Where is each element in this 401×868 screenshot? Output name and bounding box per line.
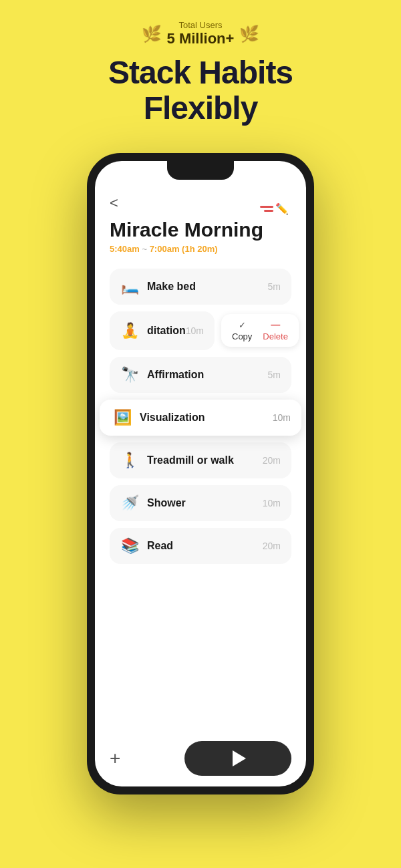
habit-duration-treadmill: 20m xyxy=(263,455,281,466)
copy-label: Copy xyxy=(232,331,252,341)
habit-icon-treadmill: 🚶 xyxy=(120,452,139,469)
delete-action[interactable]: — Delete xyxy=(263,319,288,341)
laurel-right-icon: 🌿 xyxy=(239,25,259,43)
edit-line-2 xyxy=(264,210,273,212)
bottom-bar: + xyxy=(110,741,291,776)
play-icon xyxy=(233,750,246,766)
pencil-icon: ✏️ xyxy=(275,202,289,215)
habit-duration-meditation: 10m xyxy=(186,325,204,336)
time-end: 7:00am xyxy=(150,244,180,254)
phone-notch xyxy=(167,161,234,180)
edit-icon[interactable]: ✏️ xyxy=(260,202,289,215)
add-button[interactable]: + xyxy=(110,748,120,769)
delete-label: Delete xyxy=(263,331,288,341)
top-section: 🌿 Total Users 5 Million+ 🌿 Stack Habits … xyxy=(0,0,401,153)
habit-name-meditation: ditation xyxy=(147,325,186,337)
copy-action[interactable]: ✓ Copy xyxy=(232,320,252,341)
phone-mockup: < Miracle Morning 5:40am ~ 7:00am (1h 20… xyxy=(87,153,314,794)
habit-icon-read: 📚 xyxy=(120,537,139,555)
screen-content: < Miracle Morning 5:40am ~ 7:00am (1h 20… xyxy=(95,161,306,786)
minus-icon: — xyxy=(271,319,280,330)
habit-duration-visualization: 10m xyxy=(273,412,291,423)
habit-duration-make-bed: 5m xyxy=(268,281,281,292)
habit-list: 🛏️ Make bed 5m 🧘 ditation 10m xyxy=(110,269,291,564)
habit-duration-affirmation: 5m xyxy=(268,370,281,380)
total-users-label: Total Users xyxy=(167,20,235,30)
habit-icon-visualization: 🖼️ xyxy=(113,409,132,426)
habit-name-visualization: Visualization xyxy=(140,412,273,424)
habit-name-read: Read xyxy=(147,540,263,552)
habit-item-treadmill[interactable]: 🚶 Treadmill or walk 20m xyxy=(110,442,291,478)
headline: Stack Habits Flexibly xyxy=(108,55,293,126)
edit-line-1 xyxy=(260,206,273,208)
play-button[interactable] xyxy=(184,741,291,776)
habit-item-meditation: 🧘 ditation 10m ✓ Copy — Delete xyxy=(110,311,291,350)
check-icon: ✓ xyxy=(239,320,246,330)
habit-item-shower[interactable]: 🚿 Shower 10m xyxy=(110,485,291,521)
habit-name-make-bed: Make bed xyxy=(147,281,268,293)
habit-duration-shower: 10m xyxy=(263,498,281,509)
habit-icon-make-bed: 🛏️ xyxy=(120,278,139,295)
edit-lines-icon xyxy=(260,206,273,212)
habit-main-meditation[interactable]: 🧘 ditation 10m xyxy=(110,311,215,350)
habit-name-treadmill: Treadmill or walk xyxy=(147,454,263,466)
habit-icon-shower: 🚿 xyxy=(120,494,139,512)
habit-item-affirmation[interactable]: 🔭 Affirmation 5m xyxy=(110,357,291,393)
phone-screen: < Miracle Morning 5:40am ~ 7:00am (1h 20… xyxy=(95,161,306,786)
habit-item-read[interactable]: 📚 Read 20m xyxy=(110,528,291,564)
routine-title: Miracle Morning xyxy=(110,219,291,241)
habit-item-visualization[interactable]: 🖼️ Visualization 10m xyxy=(100,400,301,436)
habit-duration-read: 20m xyxy=(263,541,281,551)
total-users-text: Total Users 5 Million+ xyxy=(167,20,235,47)
habit-icon-meditation: 🧘 xyxy=(120,322,139,339)
total-users-count: 5 Million+ xyxy=(167,30,235,47)
habit-name-shower: Shower xyxy=(147,497,263,509)
habit-item-make-bed[interactable]: 🛏️ Make bed 5m xyxy=(110,269,291,305)
duration: (1h 20m) xyxy=(182,244,217,254)
laurel-left-icon: 🌿 xyxy=(142,25,162,43)
back-button[interactable]: < xyxy=(110,194,118,212)
habit-name-affirmation: Affirmation xyxy=(147,369,268,381)
swipe-actions-meditation: ✓ Copy — Delete xyxy=(221,314,299,347)
phone-wrapper: < Miracle Morning 5:40am ~ 7:00am (1h 20… xyxy=(0,153,401,794)
habit-icon-affirmation: 🔭 xyxy=(120,366,139,384)
total-users-badge: 🌿 Total Users 5 Million+ 🌿 xyxy=(142,20,260,47)
routine-time: 5:40am ~ 7:00am (1h 20m) xyxy=(110,244,291,254)
time-start: 5:40am xyxy=(110,244,140,254)
